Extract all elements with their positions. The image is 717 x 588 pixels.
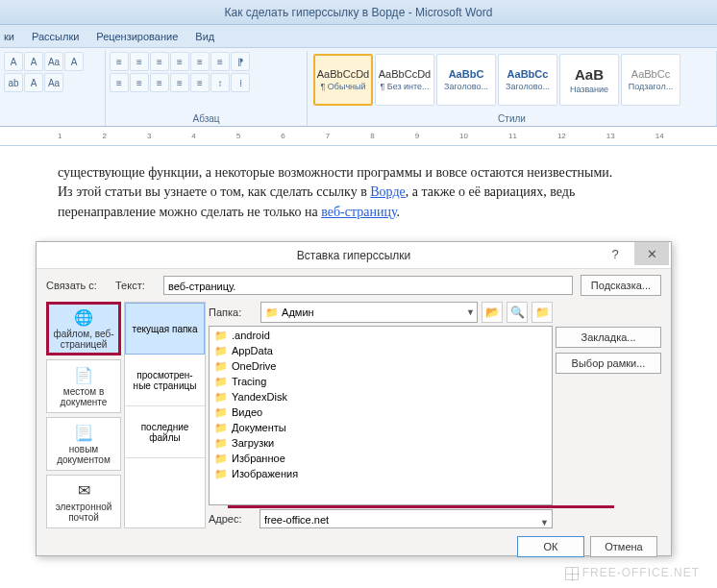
close-icon[interactable]: ✕ bbox=[634, 242, 669, 265]
style-item[interactable]: AaBbCcDd¶ Обычный bbox=[313, 54, 373, 106]
folder-combo[interactable]: 📁 Админ ▼ bbox=[260, 302, 478, 323]
doc-text: . bbox=[397, 205, 401, 219]
font-btn[interactable]: ab bbox=[4, 73, 23, 92]
highlight-underline bbox=[228, 505, 614, 508]
file-item[interactable]: 📁Tracing bbox=[210, 374, 551, 389]
ok-button[interactable]: ОК bbox=[517, 536, 584, 557]
font-btn[interactable]: Aa bbox=[44, 52, 63, 71]
text-label: Текст: bbox=[115, 280, 163, 291]
file-item[interactable]: 📁Документы bbox=[210, 420, 551, 435]
border-btn[interactable]: ⁞ bbox=[231, 73, 250, 92]
shading-btn[interactable]: ↕ bbox=[210, 73, 230, 92]
doc-text: существующие функции, а некоторые возмож… bbox=[58, 165, 612, 180]
doc-text: перенаправление можно сделать не только … bbox=[58, 205, 321, 219]
file-list[interactable]: 📁.android📁AppData📁OneDrive📁Tracing📁Yande… bbox=[209, 326, 553, 505]
text-input[interactable]: веб-страницу. bbox=[163, 276, 573, 295]
style-item[interactable]: AaBbCcЗаголово... bbox=[498, 54, 557, 106]
ribbon-tab[interactable]: Вид bbox=[195, 31, 214, 42]
new-doc-icon: 📃 bbox=[74, 424, 93, 442]
align-btn[interactable]: ≡ bbox=[170, 73, 189, 92]
ribbon-body: A A Aa A ab A Aa ≡ ≡ ≡ ≡ ≡ ≡ ⁋ bbox=[0, 48, 717, 127]
folder-icon: 📁 bbox=[214, 391, 228, 404]
spacing-btn[interactable]: ≡ bbox=[190, 73, 210, 92]
windows-icon bbox=[565, 567, 579, 580]
style-item[interactable]: AaBbCcDd¶ Без инте... bbox=[375, 54, 434, 106]
watermark: FREE-OFFICE.NET bbox=[565, 566, 700, 580]
folder-icon: 📁 bbox=[214, 453, 228, 465]
link-type-new-doc[interactable]: 📃новым документом bbox=[46, 417, 121, 471]
browse-browsed-pages[interactable]: просмотрен-ные страницы bbox=[125, 355, 205, 406]
link-type-file-webpage[interactable]: 🌐файлом, веб-страницей bbox=[46, 302, 121, 355]
style-item[interactable]: AaBbCЗаголово... bbox=[436, 54, 496, 106]
folder-icon: 📁 bbox=[214, 468, 228, 480]
link-type-place-in-doc[interactable]: 📄местом в документе bbox=[46, 359, 121, 413]
folder-icon: 📁 bbox=[214, 437, 228, 450]
indent-btn[interactable]: ≡ bbox=[190, 52, 210, 71]
ruler[interactable]: 1234567891011121314 bbox=[0, 127, 717, 146]
browse-web-icon[interactable]: 🔍 bbox=[507, 302, 528, 323]
file-item[interactable]: 📁Загрузки bbox=[210, 435, 551, 451]
folder-icon: 📁 bbox=[214, 330, 228, 342]
file-item[interactable]: 📁YandexDisk bbox=[210, 389, 551, 404]
cancel-button[interactable]: Отмена bbox=[590, 536, 657, 557]
group-label-paragraph: Абзац bbox=[110, 112, 303, 125]
ribbon-tab[interactable]: ки bbox=[4, 31, 14, 42]
window-title: Как сделать гиперссылку в Ворде - Micros… bbox=[0, 0, 717, 25]
browse-current-folder[interactable]: текущая папка bbox=[125, 303, 205, 355]
doc-text: , а также о её вариациях, ведь bbox=[406, 184, 575, 199]
bookmark-button[interactable]: Закладка... bbox=[556, 327, 661, 348]
indent-btn[interactable]: ≡ bbox=[170, 52, 189, 71]
file-item[interactable]: 📁Изображения bbox=[210, 466, 551, 481]
highlight-btn[interactable]: A bbox=[24, 73, 43, 92]
up-folder-icon[interactable]: 📂 bbox=[482, 302, 503, 323]
link-type-email[interactable]: ✉электронной почтой bbox=[46, 475, 121, 528]
folder-icon: 📁 bbox=[214, 406, 228, 419]
style-item[interactable]: AaBНазвание bbox=[559, 54, 619, 106]
target-frame-button[interactable]: Выбор рамки... bbox=[556, 353, 661, 374]
file-item[interactable]: 📁AppData bbox=[210, 343, 551, 358]
hyperlink[interactable]: веб-страницу bbox=[321, 205, 396, 219]
styles-gallery: AaBbCcDd¶ Обычный AaBbCcDd¶ Без инте... … bbox=[311, 52, 712, 108]
align-btn[interactable]: ≡ bbox=[110, 73, 129, 92]
file-item[interactable]: 📁Избранное bbox=[210, 451, 551, 466]
chevron-down-icon: ▼ bbox=[540, 513, 549, 532]
folder-icon: 📁 bbox=[214, 376, 228, 388]
insert-hyperlink-dialog: Вставка гиперссылки ? ✕ Связать с: Текст… bbox=[36, 241, 672, 556]
document-area[interactable]: существующие функции, а некоторые возмож… bbox=[0, 146, 717, 232]
folder-icon: 📁 bbox=[214, 422, 228, 434]
file-item[interactable]: 📁Видео bbox=[210, 404, 551, 420]
pilcrow-btn[interactable]: ⁋ bbox=[231, 52, 250, 71]
clear-format-btn[interactable]: A bbox=[64, 52, 84, 71]
font-btn[interactable]: A bbox=[24, 52, 43, 71]
list-btn[interactable]: ≡ bbox=[130, 52, 149, 71]
group-label bbox=[4, 123, 101, 125]
style-item[interactable]: AaBbCcПодзагол... bbox=[621, 54, 680, 106]
file-item[interactable]: 📁.android bbox=[210, 328, 551, 343]
list-btn[interactable]: ≡ bbox=[150, 52, 169, 71]
font-btn[interactable]: A bbox=[4, 52, 23, 71]
align-btn[interactable]: ≡ bbox=[150, 73, 169, 92]
ribbon-tabs: ки Рассылки Рецензирование Вид bbox=[0, 25, 717, 48]
file-item[interactable]: 📁OneDrive bbox=[210, 358, 551, 374]
tooltip-button[interactable]: Подсказка... bbox=[581, 275, 661, 296]
ribbon-tab[interactable]: Рецензирование bbox=[96, 31, 178, 42]
folder-icon: 📁 bbox=[265, 306, 279, 319]
dialog-title: Вставка гиперссылки ? ✕ bbox=[37, 242, 671, 269]
browse-recent-files[interactable]: последние файлы bbox=[125, 406, 205, 458]
sort-btn[interactable]: ≡ bbox=[210, 52, 230, 71]
folder-icon: 📁 bbox=[214, 360, 228, 373]
globe-icon: 🌐 bbox=[74, 308, 93, 327]
align-btn[interactable]: ≡ bbox=[130, 73, 149, 92]
help-icon[interactable]: ? bbox=[598, 242, 632, 265]
mail-icon: ✉ bbox=[78, 481, 90, 500]
browse-mode-list: текущая папка просмотрен-ные страницы по… bbox=[124, 302, 206, 528]
font-color-btn[interactable]: Aa bbox=[44, 73, 63, 92]
address-input[interactable]: free-office.net▼ bbox=[260, 509, 553, 528]
ribbon-tab[interactable]: Рассылки bbox=[32, 31, 79, 42]
link-type-list: 🌐файлом, веб-страницей 📄местом в докумен… bbox=[46, 302, 121, 528]
hyperlink[interactable]: Ворде bbox=[370, 184, 406, 199]
list-btn[interactable]: ≡ bbox=[110, 52, 129, 71]
browse-file-icon[interactable]: 📁 bbox=[532, 302, 553, 323]
address-label: Адрес: bbox=[209, 513, 257, 525]
chevron-down-icon: ▼ bbox=[466, 307, 475, 317]
